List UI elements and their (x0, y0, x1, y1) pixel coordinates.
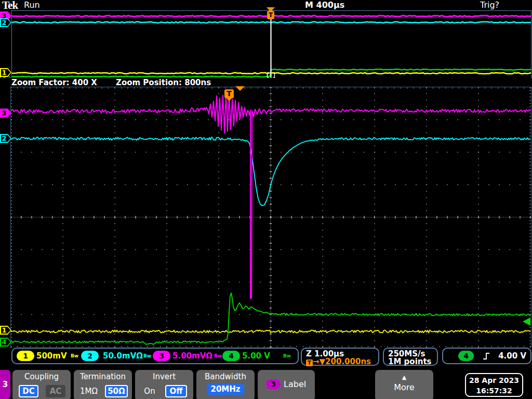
label-button[interactable]: 3 Label (258, 370, 315, 399)
overview-ch1-marker[interactable]: 1 (0, 68, 11, 77)
ch1-bandwidth-icon: Bw (71, 353, 78, 358)
main-ch4-marker[interactable]: 4 (0, 338, 11, 347)
marker-digit: 1 (0, 68, 8, 77)
more-button[interactable]: ▲ More (375, 370, 433, 399)
oscilloscope-screen: Tek Run M 400µs Trig? T 3 2 1 4 Zoom Fac… (0, 0, 532, 399)
trigger-readout-box: 4 4.00 V (442, 348, 531, 364)
main-ch2-marker[interactable]: 2 (0, 134, 11, 143)
invert-off-option[interactable]: Off (165, 385, 187, 397)
termination-button[interactable]: Termination 1MΩ 50Ω (74, 370, 132, 399)
ch3-badge: 3 (153, 351, 170, 361)
main-ch1-marker[interactable]: 1 (0, 326, 11, 335)
zoom-factor-label: Zoom Factor: 400 X (11, 78, 97, 87)
termination-title: Termination (74, 372, 132, 381)
rising-edge-icon (483, 352, 490, 361)
coupling-dc-option[interactable]: DC (19, 385, 38, 397)
ch4-bandwidth-icon: Bw (283, 353, 291, 358)
trigger-t-icon: T (306, 360, 313, 366)
ch3-bandwidth-icon: Bw (214, 353, 222, 358)
trigger-level-readout: 4.00 V (498, 351, 526, 361)
time-readout: 16:57:32 (466, 385, 522, 396)
overview-trigger-flag[interactable]: T (267, 11, 274, 19)
marker-digit: 3 (0, 109, 8, 117)
ch2-badge: 2 (81, 351, 99, 361)
ch1-badge: 1 (17, 351, 34, 361)
acquisition-status: Run (24, 0, 40, 10)
invert-on-option[interactable]: On (140, 385, 159, 397)
coupling-button[interactable]: Coupling DC AC (12, 370, 71, 399)
marker-digit: 2 (0, 134, 8, 143)
termination-50-option[interactable]: 50Ω (105, 385, 128, 397)
invert-button[interactable]: Invert On Off (135, 370, 193, 399)
bandwidth-value[interactable]: 20MHz (207, 384, 244, 395)
expansion-point-icon[interactable] (235, 86, 245, 91)
main-trigger-flag[interactable]: T (224, 89, 234, 98)
date-readout: 28 Apr 2023 (466, 375, 522, 385)
ch3-scale-readout: 5.00mVΩ (172, 351, 212, 361)
menu-channel-tab: 3 (0, 370, 10, 399)
delay-arrows-icon: →▼ (313, 357, 325, 366)
delay-readout: T→▼200.000ns (306, 357, 371, 366)
trigger-source-badge: 4 (458, 351, 474, 361)
marker-digit: 1 (0, 326, 8, 335)
ch4-scale-readout: 5.00 V (242, 351, 270, 361)
overview-waveforms (12, 11, 531, 78)
record-length-readout: 1M points (388, 357, 432, 366)
datetime-box: 28 Apr 2023 16:57:32 (465, 373, 523, 397)
zoom-overview-window (11, 10, 531, 78)
termination-1m-option[interactable]: 1MΩ (77, 385, 101, 397)
zoom-info-bar: Zoom Factor: 400 X Zoom Position: 800ns (0, 78, 532, 87)
marker-digit: 2 (0, 18, 8, 27)
overview-ch2-marker[interactable]: 2 (0, 18, 11, 27)
label-text: Label (284, 379, 306, 389)
main-graticule (10, 87, 531, 348)
delay-value: 200.000ns (325, 357, 371, 366)
zoom-position-label: Zoom Position: 800ns (116, 78, 211, 87)
channel-readout-bar: 1 500mV Bw 2 50.0mVΩ Bw 3 5.00mVΩ Bw 4 5… (11, 348, 299, 364)
ch4-badge: 4 (222, 351, 240, 361)
more-up-arrow-icon: ▲ (375, 374, 433, 381)
ch1-scale-readout: 500mV (36, 351, 67, 361)
main-ch3-marker[interactable]: 3 (0, 109, 11, 117)
main-timebase-readout: M 400µs (305, 0, 344, 10)
coupling-ac-option[interactable]: AC (46, 385, 65, 397)
bandwidth-button[interactable]: Bandwidth 20MHz (196, 370, 255, 399)
marker-digit: 4 (0, 338, 8, 347)
ch2-bandwidth-icon: Bw (143, 353, 151, 358)
coupling-title: Coupling (12, 372, 71, 381)
invert-title: Invert (135, 372, 193, 381)
label-channel-badge: 3 (266, 379, 281, 389)
bandwidth-title: Bandwidth (196, 372, 255, 381)
zoom-scale-box: Z 1.00µs T→▼200.000ns (301, 348, 379, 366)
acquisition-box: 250MS/s 1M points (383, 348, 438, 366)
more-text: More (375, 382, 433, 392)
main-waveforms (11, 87, 531, 348)
trigger-status: Trig? (480, 0, 499, 10)
ch2-scale-readout: 50.0mVΩ (103, 351, 143, 361)
